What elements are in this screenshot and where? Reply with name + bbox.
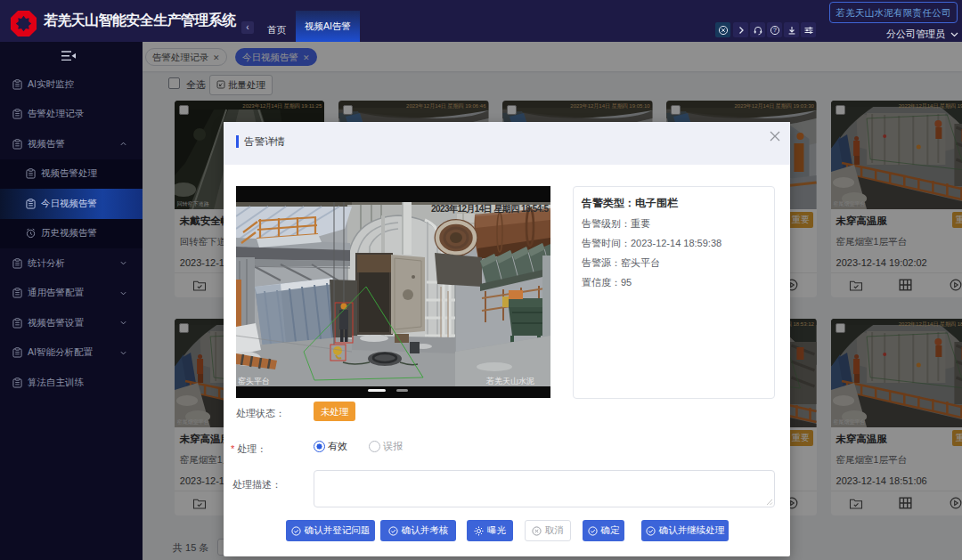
svg-text:窑头平台: 窑头平台 <box>238 377 270 386</box>
svg-text:?: ? <box>773 27 777 33</box>
svg-text:2023年12月14日 星期四 18:54:5: 2023年12月14日 星期四 18:54:5 <box>431 204 549 214</box>
svg-text:若羌天山水泥: 若羌天山水泥 <box>485 377 534 386</box>
